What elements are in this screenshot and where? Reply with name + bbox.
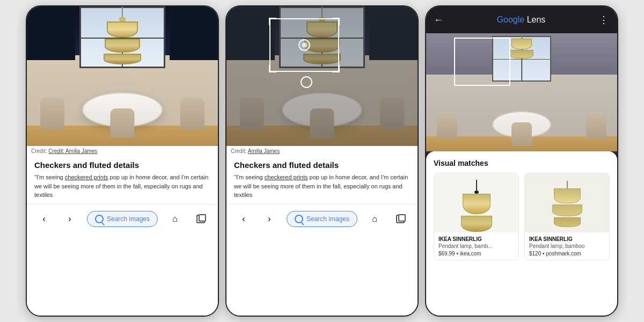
lens-chair-l [437, 114, 457, 140]
article-image-1 [27, 6, 218, 146]
lens-selection-overlay[interactable]: ⊕ [269, 18, 339, 72]
lamp-cord-2 [321, 6, 323, 17]
phone-2: ⊕ Credit: Amilia James Checkers and flut… [225, 5, 419, 317]
price-value-2: $120 [529, 251, 541, 257]
plamp-shade-2 [461, 216, 492, 232]
lens-header: ← Google Lens ⋮ [426, 6, 617, 33]
lens-chair-f [511, 122, 532, 146]
forward-button-1[interactable]: › [61, 210, 78, 228]
product-image-1 [434, 173, 518, 232]
credit-1: Credit: Credit: Amilia James [27, 146, 218, 156]
back-button-2[interactable]: ‹ [235, 210, 252, 228]
copy-icon-2 [396, 215, 405, 223]
credit-2: Credit: Amilia James [226, 146, 418, 156]
product-lamp-visual-2 [525, 174, 609, 231]
home-icon-2: ⌂ [372, 214, 377, 224]
chair-front-1 [111, 108, 135, 138]
product-lamp-visual-1 [461, 180, 492, 232]
product-name-1: IKEA SINNERLIG [438, 236, 514, 243]
product-price-1: $69.99 • ikea.com [438, 251, 514, 257]
lens-lamp [510, 33, 533, 58]
corner-bl [269, 65, 276, 72]
visual-matches-title: Visual matches [434, 159, 610, 167]
sel-corner-tl [454, 38, 460, 44]
wallpaper-right-2 [369, 6, 418, 60]
search-images-label-1: Search images [107, 215, 150, 223]
google-text: Google [497, 15, 525, 24]
price-source-1: ikea.com [460, 251, 481, 257]
search-images-button-2[interactable]: Search images [287, 211, 357, 227]
product-desc-1: Pendant lamp, bamb... [438, 243, 514, 250]
lamp-shade-1 [107, 21, 138, 38]
lens-text: Lens [527, 15, 546, 24]
back-icon-2: ‹ [242, 214, 245, 224]
article-content-2: Checkers and fluted details "I'm seeing … [226, 156, 418, 204]
credit-link-2[interactable]: Amilia James [248, 148, 280, 154]
lens-back-button[interactable]: ← [434, 14, 443, 26]
product-name-2: IKEA SINNERLIG [529, 236, 605, 243]
chair-left-2 [240, 98, 264, 130]
plamp2-shade1 [554, 188, 581, 203]
product-price-2: $120 • poshmark.com [529, 251, 605, 257]
checkered-link-2[interactable]: checkered prints [265, 174, 308, 180]
sel-corner-bl [454, 79, 460, 86]
corner-tl [269, 18, 276, 25]
wallpaper-left-2 [226, 6, 275, 60]
plamp-top-1 [474, 191, 479, 194]
forward-button-2[interactable]: › [261, 210, 278, 228]
lens-lamp-cord [521, 33, 522, 39]
phone-3: ← Google Lens ⋮ [425, 5, 618, 317]
lamp-1 [104, 6, 141, 64]
product-card-2[interactable]: IKEA SINNERLIG Pendant lamp, bamboo $120… [524, 173, 610, 260]
phone-1-screen: Credit: Credit: Amilia James Checkers an… [27, 6, 218, 316]
copy-icon-1 [196, 215, 205, 223]
article-heading-2: Checkers and fluted details [234, 160, 410, 170]
lens-select-box[interactable] [454, 38, 510, 86]
price-source-2: poshmark.com [546, 251, 581, 257]
wallpaper-left-1 [27, 6, 75, 60]
lens-lamp-s2 [510, 50, 533, 58]
lens-icon-1 [95, 215, 104, 223]
lens-drag-icon: ⊕ [302, 42, 307, 48]
article-content-1: Checkers and fluted details "I'm seeing … [27, 156, 218, 204]
lens-drag-handle-v[interactable]: ⊕ [298, 39, 310, 51]
price-value-1: $69.99 [438, 251, 455, 257]
lamp-shade-top-1 [119, 17, 126, 21]
plamp2-shade2 [552, 204, 582, 216]
lens-title: Google Lens [497, 15, 546, 25]
bottom-nav-2: ‹ › Search images ⌂ [226, 204, 418, 234]
chair-right-2 [380, 98, 404, 130]
lens-bottom-handle[interactable] [301, 76, 312, 88]
copy-button-1[interactable] [192, 210, 209, 228]
chair-front-2 [310, 108, 334, 138]
chair-right-1 [180, 98, 204, 130]
article-heading-1: Checkers and fluted details [34, 160, 210, 170]
lens-results-panel: Visual matches IKE [426, 151, 617, 316]
home-button-2[interactable]: ⌂ [366, 210, 383, 228]
search-images-button-1[interactable]: Search images [87, 211, 158, 227]
sel-corner-br [504, 79, 510, 86]
forward-icon-2: › [268, 214, 270, 224]
article-image-2: ⊕ [226, 6, 418, 146]
copy-button-2[interactable] [392, 210, 409, 228]
phone-2-screen: ⊕ Credit: Amilia James Checkers and flut… [226, 6, 418, 316]
corner-br [332, 65, 340, 72]
product-card-1[interactable]: IKEA SINNERLIG Pendant lamp, bamb... $69… [434, 173, 519, 260]
chair-left-1 [40, 98, 64, 130]
lens-chair-r [586, 114, 606, 140]
plamp-shade-1 [463, 194, 491, 214]
article-body-1: "I'm seeing checkered prints pop up in h… [34, 173, 210, 200]
lens-lamp-s1 [511, 39, 532, 49]
bottom-nav-1: ‹ › Search images ⌂ [27, 204, 218, 234]
back-button-1[interactable]: ‹ [35, 210, 53, 228]
checkered-link-1[interactable]: checkered prints [65, 174, 108, 180]
home-button-1[interactable]: ⌂ [166, 210, 184, 228]
phone-1: Credit: Credit: Amilia James Checkers an… [26, 5, 219, 317]
back-icon-1: ‹ [42, 214, 45, 224]
credit-link-1[interactable]: Credit: Amilia James [48, 148, 97, 154]
forward-icon-1: › [68, 214, 71, 224]
product-info-2: IKEA SINNERLIG Pendant lamp, bamboo $120… [525, 232, 609, 260]
lamp-cord-1 [122, 6, 123, 17]
lens-menu-button[interactable]: ⋮ [599, 14, 610, 26]
sel-corner-tr [504, 38, 510, 44]
